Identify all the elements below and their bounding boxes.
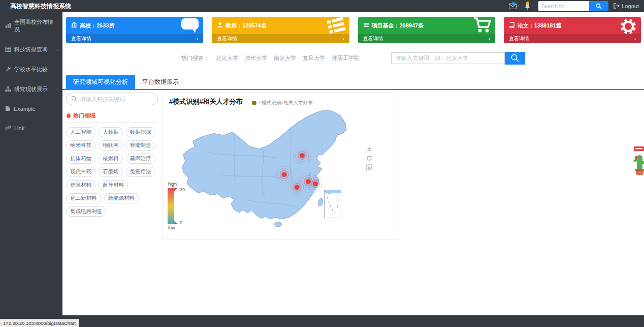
link-icon — [5, 125, 11, 132]
sidebar-item-label: 全国高校分布情况 — [14, 18, 57, 34]
field-tag[interactable]: 超导材料 — [99, 180, 128, 190]
book-icon — [509, 22, 515, 29]
messages-badge — [512, 2, 515, 5]
chevron-right-icon: › — [57, 86, 58, 92]
keyword-search-input[interactable] — [391, 52, 505, 64]
detail-label: 查看详情 — [217, 35, 237, 42]
tech-field-panel: 热门领域 人工智能 大数据 数据挖掘 纳米科技 物联网 智能制造 抗体药物 核燃… — [66, 93, 158, 217]
chevron-right-icon: › — [57, 47, 58, 52]
search-icon — [71, 95, 77, 104]
taiwan-island — [317, 198, 324, 206]
field-tag[interactable]: 纳米科技 — [66, 140, 95, 151]
hot-field-tags: 人工智能 大数据 数据挖掘 纳米科技 物联网 智能制造 抗体药物 核燃料 基因治… — [66, 127, 158, 217]
chevron-right-icon: › — [532, 4, 533, 9]
stat-card-project-funds: 项目基金：208947条 查看详情 › — [358, 17, 495, 43]
institution-icon — [71, 22, 77, 29]
keyword-search-button[interactable] — [505, 52, 525, 65]
tab-platform-data-display[interactable]: 平台数据展示 — [135, 75, 186, 89]
stat-card-label: 论文：1388181篇 — [518, 22, 562, 29]
link-preview-statusbar: 172.20.20.103:8000/bigDataChart — [0, 319, 79, 327]
field-tag[interactable]: 智能制造 — [126, 140, 155, 151]
list-lines-icon — [363, 22, 369, 28]
visual-map-min-handle[interactable] — [174, 221, 178, 224]
navbar-search-input[interactable] — [538, 1, 589, 11]
chevron-right-icon: › — [197, 36, 198, 42]
tab-research-field-visualization[interactable]: 研究领域可视化分析 — [66, 75, 135, 89]
list-icon — [326, 17, 346, 36]
tech-keyword-input[interactable] — [80, 96, 146, 102]
hot-fields-label: 热门领域 — [73, 112, 95, 120]
field-tag[interactable]: 大数据 — [99, 127, 123, 137]
navbar-search-button[interactable] — [589, 1, 608, 11]
stat-card-detail-link[interactable]: 查看详情 › — [504, 34, 641, 43]
sidebar-item-label: Link — [14, 125, 24, 131]
field-tag[interactable]: 数据挖掘 — [126, 127, 155, 137]
save-image-icon[interactable] — [366, 146, 372, 152]
table-icon — [5, 46, 11, 53]
sign-out-icon — [614, 3, 620, 10]
sidebar-item-tech-intelligence-query[interactable]: 科技情报查询 › — [0, 40, 62, 60]
field-tag[interactable]: 基因治疗 — [126, 154, 155, 164]
hot-search-row: 热门搜索： 北京大学 清华大学 南京大学 复旦大学 淮阴工学院 — [62, 51, 644, 65]
app-title: 高校智慧科技情报系统 — [10, 2, 71, 11]
field-tag[interactable]: 人工智能 — [66, 127, 95, 137]
sidebar-item-example[interactable]: Example — [0, 99, 62, 118]
stat-card-detail-link[interactable]: 查看详情 › — [66, 34, 203, 43]
stat-card-detail-link[interactable]: 查看详情 › — [212, 34, 349, 43]
field-tag[interactable]: 化工新材料 — [66, 193, 101, 203]
stat-card-papers: 论文：1388181篇 查看详情 › — [504, 17, 641, 43]
logout-button[interactable]: Logout — [614, 3, 639, 10]
field-tag[interactable]: 石墨烯 — [99, 167, 123, 177]
sidebar-item-link[interactable]: Link — [0, 118, 62, 138]
stat-card-universities: 高校：2633所 查看详情 › — [66, 17, 203, 43]
field-tag[interactable]: 新能源材料 — [104, 193, 139, 203]
content-tabs: 研究领域可视化分析 平台数据展示 — [62, 75, 644, 90]
field-tag[interactable]: 物联网 — [99, 140, 123, 151]
stat-card-detail-link[interactable]: 查看详情 › — [358, 34, 495, 43]
sidebar-item-label: 学校水平比较 — [14, 66, 48, 73]
sidebar: 全国高校分布情况 科技情报查询 › 学校水平比较 研究现状展示 › Exampl… — [0, 12, 62, 315]
china-map[interactable] — [163, 105, 398, 240]
top-navbar: 高校智慧科技情报系统 › › Logout — [0, 0, 644, 12]
stat-cards-row: 高校：2633所 查看详情 › 教师：128574名 查看详情 › 项目基金：2… — [66, 17, 641, 43]
visual-map-max-handle[interactable] — [174, 188, 178, 191]
main-content: 高校：2633所 查看详情 › 教师：128574名 查看详情 › 项目基金：2… — [62, 12, 644, 315]
stat-card-teachers: 教师：128574名 查看详情 › — [212, 17, 349, 43]
visual-map-low-label: low — [168, 225, 198, 230]
visual-map-gradient-bar[interactable] — [168, 188, 174, 224]
chevron-right-icon: › — [518, 4, 519, 9]
field-tag[interactable]: 现代中药 — [66, 167, 95, 177]
visual-map-legend[interactable]: high 20 0 low — [168, 182, 198, 230]
field-tag[interactable]: 抗体药物 — [66, 154, 95, 164]
mascot-widget[interactable] — [632, 146, 644, 180]
sidebar-item-research-status[interactable]: 研究现状展示 › — [0, 79, 62, 99]
sidebar-item-school-level-comparison[interactable]: 学校水平比较 — [0, 60, 62, 79]
field-tag[interactable]: 核燃料 — [99, 154, 123, 164]
hot-search-link-hyit[interactable]: 淮阴工学院 — [332, 54, 360, 62]
alerts-menu[interactable]: › — [524, 3, 533, 10]
chevron-right-icon: › — [342, 36, 344, 42]
visual-map-min-value: 0 — [180, 220, 182, 225]
hot-search-link-tsinghua[interactable]: 清华大学 — [245, 54, 267, 62]
detail-label: 查看详情 — [509, 35, 529, 42]
page-footer: < — [0, 315, 644, 327]
messages-menu[interactable]: › — [509, 4, 519, 9]
restore-icon[interactable] — [366, 155, 372, 161]
tech-keyword-search — [66, 93, 158, 105]
field-tag[interactable]: 集成电路制造 — [66, 206, 106, 217]
stat-card-label: 教师：128574名 — [226, 22, 267, 29]
sidebar-item-label: Example — [14, 106, 36, 112]
field-tag[interactable]: 免疫疗法 — [126, 167, 155, 177]
file-icon — [5, 105, 11, 112]
sitemap-icon — [5, 86, 11, 93]
hot-search-link-fudan[interactable]: 复旦大学 — [303, 54, 325, 62]
data-view-icon[interactable] — [366, 164, 372, 170]
sidebar-item-university-distribution[interactable]: 全国高校分布情况 — [0, 12, 62, 40]
field-tag[interactable]: 信息材料 — [66, 180, 95, 190]
talent-distribution-map-panel: #模式识别#相关人才分布 #模式识别#相关人才分布 — [163, 93, 398, 240]
chevron-right-icon: › — [488, 36, 490, 42]
hot-search-link-nju[interactable]: 南京大学 — [274, 54, 296, 62]
hot-search-link-pku[interactable]: 北京大学 — [216, 54, 238, 62]
comment-icon — [180, 17, 200, 36]
detail-label: 查看详情 — [71, 35, 91, 42]
